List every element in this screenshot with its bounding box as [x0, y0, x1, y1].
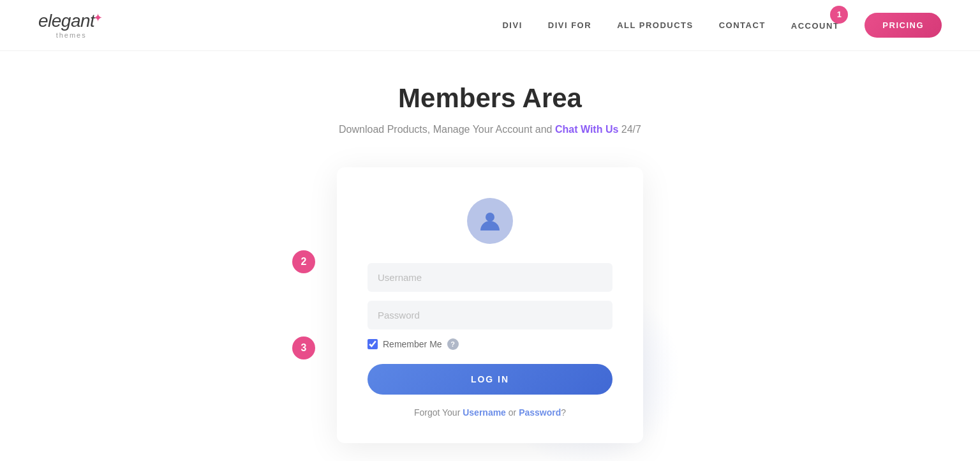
remember-help-icon[interactable]: ? [447, 338, 459, 350]
username-input[interactable] [368, 263, 612, 292]
forgot-text: Forgot Your Username or Password? [414, 407, 566, 418]
nav-item-all-products[interactable]: ALL PRODUCTS [617, 20, 694, 30]
nav-account-wrapper: ACCOUNT 1 [791, 20, 840, 31]
logo-star-icon: ✦ [93, 11, 103, 25]
nav-item-divi[interactable]: DIVI [502, 20, 522, 30]
chat-link[interactable]: Chat With Us [555, 124, 618, 135]
logo-themes: themes [38, 31, 104, 39]
username-group [368, 263, 612, 292]
nav-item-divi-for[interactable]: DIVI FOR [548, 20, 591, 30]
subtitle-before-text: Download Products, Manage Your Account a… [339, 124, 555, 135]
annotation-badge-3: 3 [292, 336, 315, 359]
login-card-wrapper: 2 3 Remember Me ? [337, 167, 643, 443]
remember-me-row: Remember Me ? [368, 338, 612, 350]
remember-me-label: Remember Me [383, 339, 442, 349]
password-group [368, 301, 612, 329]
nav-item-contact[interactable]: CONTACT [719, 20, 766, 30]
logo[interactable]: elegant ✦ themes [38, 12, 104, 39]
pricing-button[interactable]: PRICING [865, 13, 942, 38]
forgot-or: or [506, 407, 519, 418]
user-avatar-icon [467, 198, 513, 244]
forgot-password-link[interactable]: Password [519, 407, 561, 418]
remember-me-checkbox[interactable] [368, 339, 378, 349]
subtitle-after-text: 24/7 [618, 124, 641, 135]
svg-point-0 [486, 213, 494, 222]
nav-item-account[interactable]: ACCOUNT [791, 21, 840, 31]
forgot-end: ? [561, 407, 566, 418]
page-subtitle: Download Products, Manage Your Account a… [339, 124, 641, 135]
logo-elegant: elegant [38, 12, 94, 30]
forgot-username-link[interactable]: Username [463, 407, 506, 418]
annotation-badge-2: 2 [292, 250, 315, 273]
login-card: Remember Me ? LOG IN Forgot Your Usernam… [337, 167, 643, 443]
password-input[interactable] [368, 301, 612, 329]
forgot-prefix: Forgot Your [414, 407, 463, 418]
login-button[interactable]: LOG IN [368, 364, 612, 395]
main-nav: DIVI DIVI FOR ALL PRODUCTS CONTACT ACCOU… [502, 13, 942, 38]
account-notification-badge: 1 [830, 6, 848, 24]
page-title: Members Area [398, 83, 582, 114]
